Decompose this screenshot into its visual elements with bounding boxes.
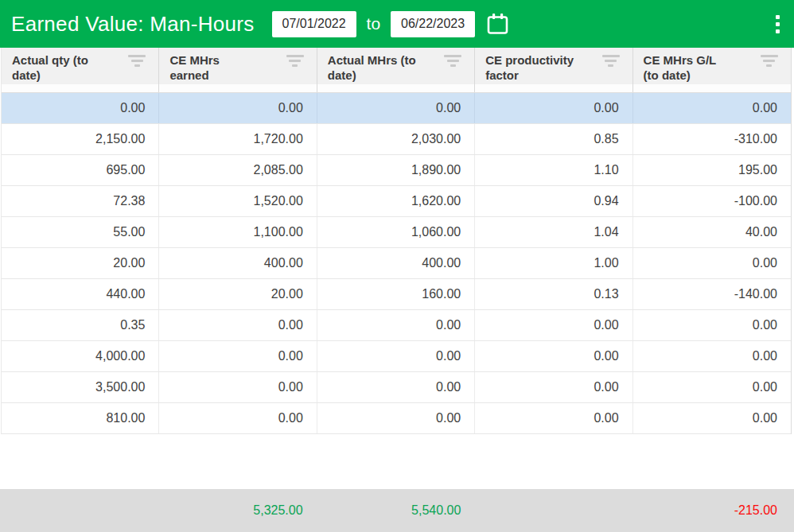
table-cell: 0.00 <box>2 93 159 123</box>
table-row[interactable]: 4,000.000.000.000.000.00 <box>2 341 791 372</box>
table-cell: -100.00 <box>633 186 791 216</box>
table-cell: 0.00 <box>317 93 475 123</box>
table-cell: 195.00 <box>633 155 791 185</box>
table-cell: 0.00 <box>633 248 791 278</box>
total-cell <box>474 489 632 532</box>
empty-area <box>0 434 794 489</box>
table-header-row: Actual qty (to date)CE MHrs earnedActual… <box>2 48 791 93</box>
page-title: Earned Value: Man-Hours <box>11 12 255 37</box>
date-to-input[interactable] <box>391 11 475 37</box>
table-cell: 0.35 <box>2 310 159 340</box>
table-cell: 0.00 <box>633 341 791 371</box>
calendar-icon[interactable] <box>485 12 510 37</box>
table-cell: 72.38 <box>2 186 159 216</box>
table-row[interactable]: 3,500.000.000.000.000.00 <box>2 372 791 403</box>
table-row[interactable]: 2,150.001,720.002,030.000.85-310.00 <box>2 124 791 155</box>
table-cell: 3,500.00 <box>2 372 159 402</box>
table-row[interactable]: 695.002,085.001,890.001.10195.00 <box>2 155 791 186</box>
table-cell: 1,620.00 <box>317 186 475 216</box>
total-cell <box>0 489 158 532</box>
table-cell: 0.00 <box>159 403 317 433</box>
table-cell: 160.00 <box>317 279 475 309</box>
table-cell: 400.00 <box>317 248 475 278</box>
table-row[interactable]: 440.0020.00160.000.13-140.00 <box>2 279 791 310</box>
column-header-label: CE MHrs earned <box>169 53 259 83</box>
table-cell: 1,890.00 <box>317 155 475 185</box>
table-row[interactable]: 55.001,100.001,060.001.0440.00 <box>2 217 791 248</box>
total-cell: -215.00 <box>632 489 791 532</box>
table-cell: 0.00 <box>317 310 475 340</box>
date-from-input[interactable] <box>272 11 356 37</box>
table-row[interactable]: 810.000.000.000.000.00 <box>2 403 791 434</box>
table-cell: 0.00 <box>475 93 632 123</box>
table-cell: -310.00 <box>633 124 791 154</box>
table-cell: 1,520.00 <box>159 186 317 216</box>
table-row[interactable]: 72.381,520.001,620.000.94-100.00 <box>2 186 791 217</box>
table-cell: 0.94 <box>475 186 632 216</box>
filter-icon[interactable] <box>601 55 621 69</box>
table-cell: 2,085.00 <box>159 155 317 185</box>
table-cell: 0.00 <box>633 403 791 433</box>
table-cell: 0.00 <box>159 372 317 402</box>
totals-footer-row: 5,325.005,540.00-215.00 <box>0 489 794 532</box>
table-cell: 4,000.00 <box>2 341 159 371</box>
column-header-label: Actual MHrs (to date) <box>328 53 417 83</box>
table-cell: 20.00 <box>2 248 159 278</box>
table-cell: 20.00 <box>159 279 317 309</box>
column-header[interactable]: CE MHrs G/L (to date) <box>633 48 791 92</box>
table-body: 0.000.000.000.000.002,150.001,720.002,03… <box>2 93 791 434</box>
table-cell: 0.85 <box>475 124 632 154</box>
column-header[interactable]: Actual qty (to date) <box>2 48 159 92</box>
table-cell: 1.04 <box>475 217 632 247</box>
table-cell: 0.00 <box>317 341 475 371</box>
table-cell: 0.00 <box>475 403 632 433</box>
table-cell: 0.00 <box>317 403 475 433</box>
table-cell: 1,060.00 <box>317 217 475 247</box>
date-range-to-label: to <box>367 14 381 33</box>
total-cell: 5,325.00 <box>158 489 317 532</box>
column-header[interactable]: CE MHrs earned <box>159 48 317 92</box>
table-cell: 1.00 <box>475 248 632 278</box>
total-cell: 5,540.00 <box>317 489 475 532</box>
table-row[interactable]: 0.350.000.000.000.00 <box>2 310 791 341</box>
table-cell: 0.00 <box>159 310 317 340</box>
table-cell: 0.00 <box>159 93 317 123</box>
table-cell: -140.00 <box>633 279 791 309</box>
table-cell: 810.00 <box>2 403 159 433</box>
table-cell: 1,720.00 <box>159 124 317 154</box>
table-cell: 2,150.00 <box>2 124 159 154</box>
column-header[interactable]: CE productivity factor <box>475 48 632 92</box>
table-cell: 695.00 <box>2 155 159 185</box>
table-cell: 440.00 <box>2 279 159 309</box>
kebab-menu-icon[interactable] <box>771 12 784 37</box>
table-cell: 2,030.00 <box>317 124 475 154</box>
table-cell: 55.00 <box>2 217 159 247</box>
data-grid: Actual qty (to date)CE MHrs earnedActual… <box>1 48 792 434</box>
table-cell: 0.13 <box>475 279 632 309</box>
table-cell: 0.00 <box>633 93 791 123</box>
table-cell: 0.00 <box>633 372 791 402</box>
table-cell: 1.10 <box>475 155 632 185</box>
filter-icon[interactable] <box>286 55 305 69</box>
column-header-label: CE MHrs G/L (to date) <box>644 53 733 83</box>
table-row-selected[interactable]: 0.000.000.000.000.00 <box>2 93 791 124</box>
table-cell: 400.00 <box>159 248 317 278</box>
table-cell: 0.00 <box>475 372 632 402</box>
table-cell: 0.00 <box>475 310 632 340</box>
table-cell: 0.00 <box>633 310 791 340</box>
title-bar: Earned Value: Man-Hours to <box>0 0 794 48</box>
column-header-label: Actual qty (to date) <box>12 53 101 83</box>
filter-icon[interactable] <box>127 55 146 69</box>
filter-icon[interactable] <box>760 55 779 69</box>
table-cell: 0.00 <box>475 341 632 371</box>
table-row[interactable]: 20.00400.00400.001.000.00 <box>2 248 791 279</box>
filter-icon[interactable] <box>443 55 462 69</box>
column-header[interactable]: Actual MHrs (to date) <box>317 48 475 92</box>
table-cell: 1,100.00 <box>159 217 317 247</box>
table-cell: 0.00 <box>317 372 475 402</box>
table-cell: 40.00 <box>633 217 791 247</box>
table-cell: 0.00 <box>159 341 317 371</box>
calendar-icon-glyph <box>485 12 510 37</box>
column-header-label: CE productivity factor <box>485 53 574 83</box>
